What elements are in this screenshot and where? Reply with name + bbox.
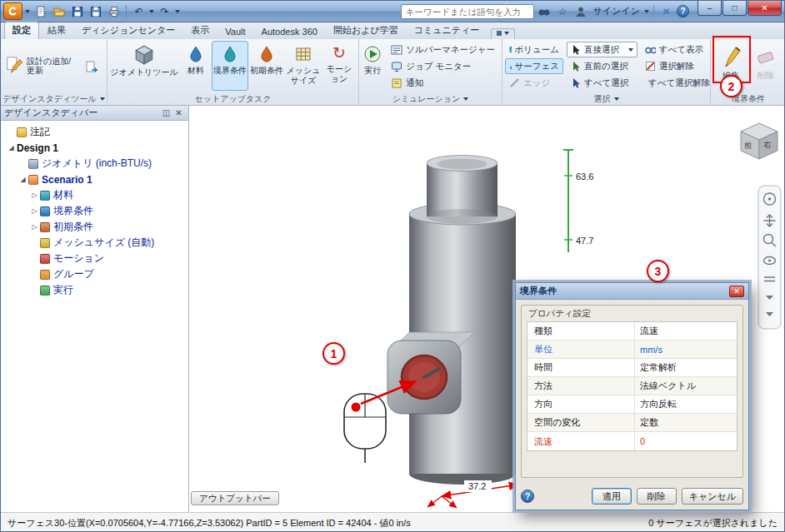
pin-icon[interactable]: ◫ [160,107,172,119]
expand-open-icon[interactable]: ◢ [6,144,17,152]
binoculars-icon[interactable] [537,4,552,19]
deselect-button[interactable]: 選択解除 [641,58,708,74]
deselect-all-button[interactable]: すべて選択解除 [641,75,708,91]
minimize-button[interactable]: – [698,1,722,16]
ribbon-group-setup-tasks: ジオメトリツール 材料 境界条件 初期条件 メッシュ サイズ [108,39,359,105]
save-icon[interactable] [69,4,85,19]
motion-button[interactable]: ↻ モーション [322,41,357,91]
tree-item-initial-conditions[interactable]: ▷初期条件 [2,219,187,235]
tree-item-boundary-conditions[interactable]: ▷境界条件 [2,203,187,219]
expand-closed-icon[interactable]: ▷ [29,223,40,231]
status-surface-info: サーフェス30-位置(X=0.0705604,Y=-4.77166,Z=3.53… [8,517,411,530]
group-dropdown-icon[interactable] [100,97,105,101]
panel-title: デザインスタディバー [4,107,160,119]
ribbon-group-design-tools: 設計の追加/更新 デザインスタディツール [1,39,108,105]
save-as-icon[interactable] [88,4,103,19]
tree-item-design1[interactable]: ◢Design 1 [2,140,187,156]
previous-selection-button[interactable]: 直前の選択 [567,58,638,74]
group-dropdown-icon[interactable] [614,97,619,101]
tab-results[interactable]: 結果 [40,22,73,39]
tab-autodesk360[interactable]: Autodesk 360 [254,25,325,39]
app-menu-caret-icon[interactable] [25,10,30,13]
tab-overflow-button[interactable] [491,28,515,39]
app-logo[interactable] [3,2,22,20]
initial-conditions-button[interactable]: 初期条件 [248,41,285,91]
close-button[interactable]: ✕ [748,1,782,16]
materials-button[interactable]: 材料 [180,41,212,91]
signin-link[interactable]: サインイン [592,5,642,17]
tree-item-materials[interactable]: ▷材料 [2,187,187,203]
add-update-design-button[interactable]: 設計の追加/更新 [2,41,82,89]
show-all-button[interactable]: すべて表示 [641,42,708,57]
viewcube[interactable]: 前 右 [741,123,778,159]
new-file-icon[interactable] [32,4,48,19]
job-monitor-button[interactable]: ジョブ モニター [387,58,499,74]
design-secondary-button[interactable] [82,41,102,89]
tab-getting-started[interactable]: 開始および学習 [326,22,406,39]
geometry-tools-button[interactable]: ジオメトリツール [108,41,180,91]
tree-item-groups[interactable]: グループ [2,266,187,282]
run-button[interactable]: 実行 [360,41,385,91]
dialog-title: 境界条件 [520,285,557,297]
select-volume-button[interactable]: ボリューム [505,42,563,57]
help-icon[interactable]: ? [677,5,689,17]
dialog-delete-button[interactable]: 削除 [637,488,677,505]
redo-icon[interactable]: ↷ [157,4,172,19]
exchange-apps-icon[interactable]: ✕ [658,4,674,19]
solver-manager-button[interactable]: ソルバーマネージャー [387,42,499,57]
redo-caret-icon[interactable] [175,10,180,13]
tree-item-scenario1[interactable]: ◢Scenario 1 [2,172,187,187]
tree-item-geometry[interactable]: ジオメトリ (inch-BTU/s) [2,156,187,172]
print-icon[interactable] [106,4,122,19]
job-monitor-icon [391,61,402,72]
cancel-button[interactable]: キャンセル [682,488,743,505]
direct-select-dropdown[interactable]: 直接選択 [567,42,638,57]
tab-community[interactable]: コミュニティー [407,22,488,39]
boundary-conditions-button[interactable]: 境界条件 [212,41,248,91]
undo-icon[interactable]: ↶ [131,4,147,19]
group-dropdown-icon[interactable] [463,97,468,101]
select-edge-button[interactable]: エッジ [505,75,563,91]
tree-item-notes[interactable]: 注記 [2,124,187,140]
user-icon[interactable] [573,4,589,19]
motion-icon [40,254,50,264]
tree-item-mesh-size[interactable]: メッシュサイズ (自動) [2,235,187,251]
select-surface-button[interactable]: サーフェス [505,58,563,74]
expand-closed-icon[interactable]: ▷ [29,207,40,215]
mesh-size-button[interactable]: メッシュ サイズ [285,41,322,91]
undo-caret-icon[interactable] [149,10,154,13]
navigation-toolbar[interactable] [758,186,781,329]
delete-eraser-icon [755,44,777,69]
dialog-titlebar[interactable]: 境界条件 ✕ [516,283,748,300]
tree-item-motion[interactable]: モーション [2,251,187,266]
select-all-button[interactable]: すべて選択 [567,75,638,91]
dialog-close-icon[interactable]: ✕ [729,286,744,297]
width-dimension: 37.2 [428,480,518,508]
tab-view[interactable]: 表示 [183,22,217,39]
design-update-icon [85,60,98,73]
tree-item-run[interactable]: 実行 [2,282,187,298]
dialog-help-icon[interactable]: ? [521,490,534,503]
tab-vault[interactable]: Vault [218,25,252,39]
output-bar-button[interactable]: アウトプットバー [191,491,279,505]
tab-decision-center[interactable]: ディシジョンセンター [74,22,182,39]
maximize-button[interactable]: □ [722,1,747,16]
expand-open-icon[interactable]: ◢ [18,176,28,183]
expand-closed-icon[interactable]: ▷ [29,191,40,199]
tab-setup[interactable]: 設定 [4,22,39,39]
delete-button[interactable]: 削除 [748,41,783,91]
signin-caret-icon[interactable] [644,10,649,13]
open-folder-icon[interactable] [51,4,67,19]
favorites-star-icon[interactable]: ☆ [555,4,571,19]
titlebar-separator [126,5,127,18]
ribbon-group-simulation: 実行 ソルバーマネージャー ジョブ モニター 通知 [359,39,502,105]
scenario-icon [28,175,38,185]
run-icon [363,44,382,64]
property-grid: 種類流速 単位mm/s 時間定常解析 方法法線ベクトル 方向方向反転 空間の変化… [527,321,738,451]
panel-close-icon[interactable]: ✕ [172,107,185,119]
notification-button[interactable]: 通知 [387,75,499,91]
search-input[interactable] [401,4,534,19]
deselect-icon [645,61,656,72]
apply-button[interactable]: 適用 [592,488,632,505]
cursor-back-icon [571,61,581,72]
